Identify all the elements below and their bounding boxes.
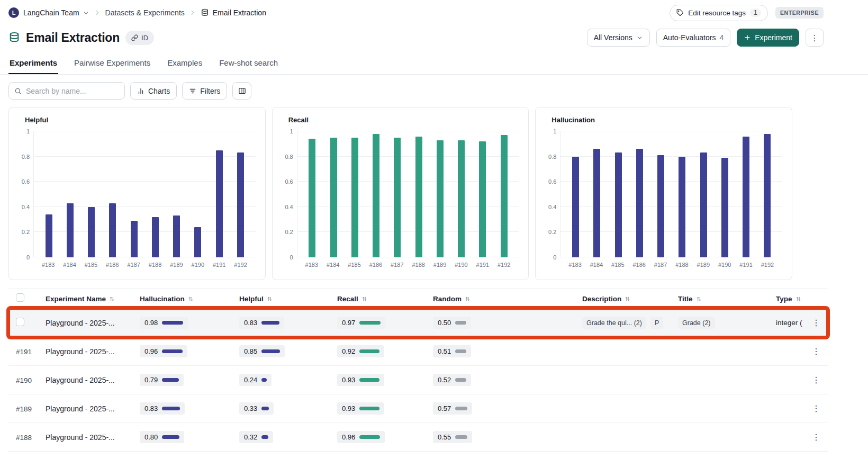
page-menu-button[interactable]: ⋮: [806, 29, 824, 47]
bar-192: [237, 152, 244, 257]
column-header-experiment-name[interactable]: Experiment Name: [46, 295, 140, 303]
bar-slot: [629, 131, 650, 257]
team-avatar[interactable]: L: [8, 7, 19, 18]
bar-189: [437, 140, 444, 257]
metric-value: 0.79: [144, 376, 158, 384]
metric-value: 0.93: [342, 405, 355, 412]
experiment-name-cell[interactable]: Playground - 2025-...: [46, 433, 140, 442]
tab-few-shot-search[interactable]: Few-shot search: [218, 54, 279, 74]
id-button-label: ID: [141, 34, 148, 42]
tab-pairwise-experiments[interactable]: Pairwise Experiments: [73, 54, 151, 74]
column-header-helpful[interactable]: Helpful: [239, 295, 337, 303]
table-row[interactable]: #190Playground - 2025-...0.790.240.930.5…: [8, 366, 828, 394]
x-tick-label: #185: [607, 257, 628, 270]
page-header: Email Extraction ID All Versions Auto-Ev…: [0, 25, 868, 49]
row-menu-button[interactable]: ⋮: [812, 319, 820, 327]
auto-evaluators-label: Auto-Evaluators: [663, 33, 716, 42]
new-experiment-button[interactable]: Experiment: [737, 29, 799, 47]
chart-plot-area: [297, 131, 519, 257]
experiment-name-cell[interactable]: Playground - 2025-...: [46, 376, 140, 384]
experiment-name-cell[interactable]: Playground - 2025-...: [46, 347, 140, 356]
metric-value: 0.93: [342, 376, 355, 384]
column-header-type[interactable]: Type: [776, 295, 804, 303]
bar-slot: [714, 131, 735, 257]
breadcrumb-datasets-experiments[interactable]: Datasets & Experiments: [105, 8, 185, 17]
bar-186: [109, 203, 116, 257]
sort-icon: [267, 296, 273, 302]
edit-resource-tags-label: Edit resource tags: [688, 9, 746, 17]
chart-bars: [34, 131, 256, 257]
copy-id-button[interactable]: ID: [125, 31, 154, 45]
bar-slot: [472, 131, 493, 257]
x-tick-label: #183: [564, 257, 585, 270]
bar-slot: [608, 131, 629, 257]
column-header-title[interactable]: Title: [678, 295, 776, 303]
search-input[interactable]: [26, 87, 122, 95]
bar-slot: [209, 131, 230, 257]
row-menu-button[interactable]: ⋮: [812, 433, 820, 442]
x-tick-label: #186: [102, 257, 123, 270]
versions-dropdown[interactable]: All Versions: [587, 29, 650, 47]
experiment-name-cell[interactable]: Playground - 2025-...: [46, 405, 140, 413]
select-all-checkbox[interactable]: [16, 293, 24, 302]
tab-examples[interactable]: Examples: [166, 54, 203, 74]
row-menu-button[interactable]: ⋮: [812, 405, 820, 413]
metric-cell-random: 0.52: [433, 374, 582, 386]
metric-bar: [455, 378, 466, 382]
tab-experiments[interactable]: Experiments: [8, 54, 58, 74]
metric-cell-hallucination: 0.98: [140, 317, 239, 329]
metric-pill-helpful: 0.85: [239, 345, 285, 357]
row-checkbox[interactable]: [16, 318, 24, 326]
metric-bar: [455, 407, 467, 410]
table-row[interactable]: Playground - 2025-...0.980.830.970.50Gra…: [8, 309, 828, 337]
metric-cell-helpful: 0.32: [239, 431, 337, 443]
charts-button[interactable]: Charts: [130, 82, 177, 100]
metric-value: 0.50: [438, 319, 451, 327]
metric-bar: [162, 321, 183, 325]
row-index-cell: #191: [8, 347, 46, 356]
bar-188: [152, 217, 159, 257]
row-index-cell: #190: [8, 375, 46, 385]
team-switcher[interactable]: LangChain Team: [23, 8, 89, 17]
table-row[interactable]: #188Playground - 2025-...0.800.320.960.5…: [8, 423, 828, 452]
filters-button-label: Filters: [200, 87, 220, 95]
row-menu-button[interactable]: ⋮: [812, 347, 820, 356]
columns-button[interactable]: [232, 82, 251, 100]
bar-190: [721, 158, 728, 257]
edit-resource-tags-button[interactable]: Edit resource tags 1: [670, 5, 768, 21]
metric-pill-recall: 0.92: [337, 345, 384, 357]
experiment-name-cell[interactable]: Playground - 2025-...: [46, 319, 140, 327]
metric-bar: [359, 321, 381, 325]
page-title: Email Extraction: [26, 31, 120, 45]
search-input-wrapper[interactable]: [8, 82, 125, 100]
row-menu-cell: ⋮: [804, 405, 828, 413]
bar-184: [67, 203, 74, 257]
column-header-hallucination[interactable]: Hallucination: [140, 295, 239, 303]
page-header-actions: All Versions Auto-Evaluators 4 Experimen…: [587, 29, 824, 47]
auto-evaluators-count: 4: [719, 33, 724, 42]
table-row[interactable]: #191Playground - 2025-...0.960.850.920.5…: [8, 337, 828, 366]
row-menu-button[interactable]: ⋮: [812, 376, 820, 384]
metric-cell-recall: 0.97: [337, 317, 433, 329]
dataset-database-icon: [8, 32, 20, 43]
filters-button[interactable]: Filters: [182, 82, 227, 100]
column-header-description[interactable]: Description: [582, 295, 678, 303]
column-header-recall[interactable]: Recall: [337, 295, 433, 303]
metric-value: 0.52: [438, 376, 451, 384]
experiments-table: Experiment NameHallucinationHelpfulRecal…: [8, 289, 828, 452]
row-menu-cell: ⋮: [804, 433, 828, 442]
column-header-label: Helpful: [239, 295, 264, 303]
table-row[interactable]: #189Playground - 2025-...0.830.330.930.5…: [8, 394, 828, 423]
chart-plot-area: [33, 131, 256, 257]
x-tick-label: #186: [365, 257, 386, 270]
breadcrumb-separator-icon: [189, 9, 196, 16]
breadcrumb-current: Email Extraction: [201, 8, 266, 17]
chart-y-axis: 00.20.40.60.81: [17, 131, 33, 257]
column-header-random[interactable]: Random: [433, 295, 582, 303]
plus-icon: [744, 34, 751, 41]
auto-evaluators-button[interactable]: Auto-Evaluators 4: [656, 29, 730, 47]
y-tick-label: 0.8: [285, 154, 293, 160]
x-tick-label: #184: [586, 257, 607, 270]
metric-value: 0.92: [342, 347, 355, 355]
metric-bar: [455, 435, 467, 439]
